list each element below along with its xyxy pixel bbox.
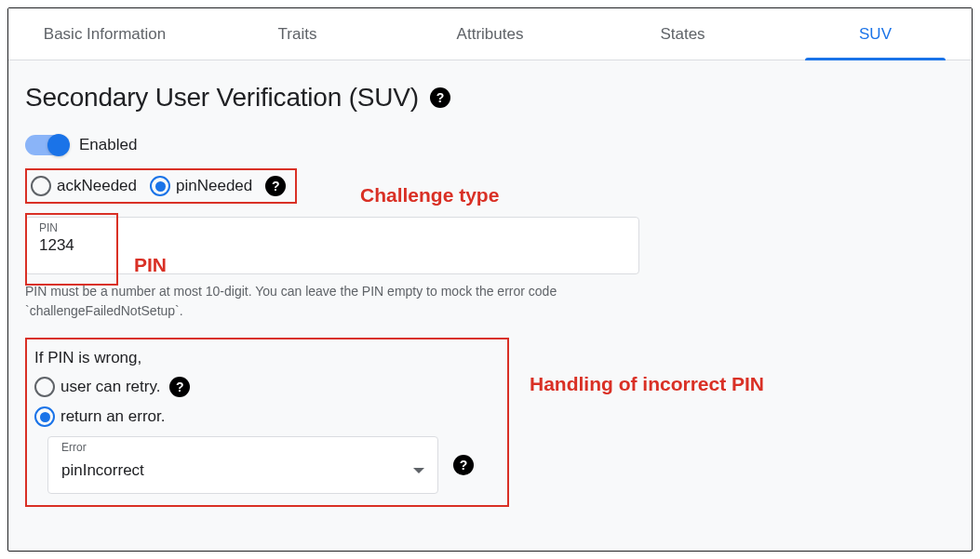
radio-pin-needed[interactable]: pinNeeded: [150, 176, 252, 196]
page-title: Secondary User Verification (SUV): [25, 83, 419, 113]
annotation-pin: PIN: [134, 254, 167, 276]
tab-traits[interactable]: Traits: [201, 8, 394, 60]
help-icon[interactable]: ?: [265, 176, 286, 196]
tab-suv[interactable]: SUV: [779, 8, 972, 60]
tab-attributes[interactable]: Attributes: [394, 8, 586, 60]
help-icon[interactable]: ?: [430, 87, 450, 108]
toggle-knob: [47, 134, 70, 156]
radio-icon: [31, 176, 51, 196]
annotation-incorrect-pin: Handling of incorrect PIN: [530, 371, 764, 396]
enabled-label: Enabled: [79, 136, 137, 154]
tab-bar: Basic Information Traits Attributes Stat…: [8, 8, 972, 60]
pin-hint: PIN must be a number at most 10-digit. Y…: [25, 282, 639, 321]
error-select-value: pinIncorrect: [61, 461, 144, 480]
tab-states[interactable]: States: [586, 8, 779, 60]
radio-icon: [34, 406, 55, 427]
help-icon[interactable]: ?: [453, 455, 474, 475]
error-select[interactable]: Error pinIncorrect: [47, 436, 438, 494]
radio-label: pinNeeded: [176, 177, 252, 195]
challenge-type-group: ackNeeded pinNeeded ?: [25, 168, 297, 204]
radio-label: user can retry.: [60, 378, 160, 396]
enabled-toggle[interactable]: [25, 135, 68, 155]
radio-user-can-retry[interactable]: user can retry.: [34, 377, 160, 397]
pin-input[interactable]: [39, 236, 625, 255]
error-handling-group: If PIN is wrong, user can retry. ? retur…: [25, 338, 509, 507]
help-icon[interactable]: ?: [169, 377, 190, 397]
radio-ack-needed[interactable]: ackNeeded: [31, 176, 137, 196]
chevron-down-icon: [413, 468, 424, 473]
radio-label: return an error.: [60, 407, 165, 426]
annotation-challenge-type: Challenge type: [360, 184, 499, 206]
radio-label: ackNeeded: [57, 177, 137, 195]
pin-field[interactable]: PIN: [25, 217, 639, 274]
pin-field-label: PIN: [39, 221, 58, 234]
error-prompt: If PIN is wrong,: [34, 349, 496, 367]
tab-basic-information[interactable]: Basic Information: [8, 8, 201, 60]
radio-icon: [150, 176, 170, 196]
error-select-label: Error: [61, 441, 87, 454]
radio-icon: [34, 377, 55, 397]
radio-return-error[interactable]: return an error.: [34, 406, 165, 427]
